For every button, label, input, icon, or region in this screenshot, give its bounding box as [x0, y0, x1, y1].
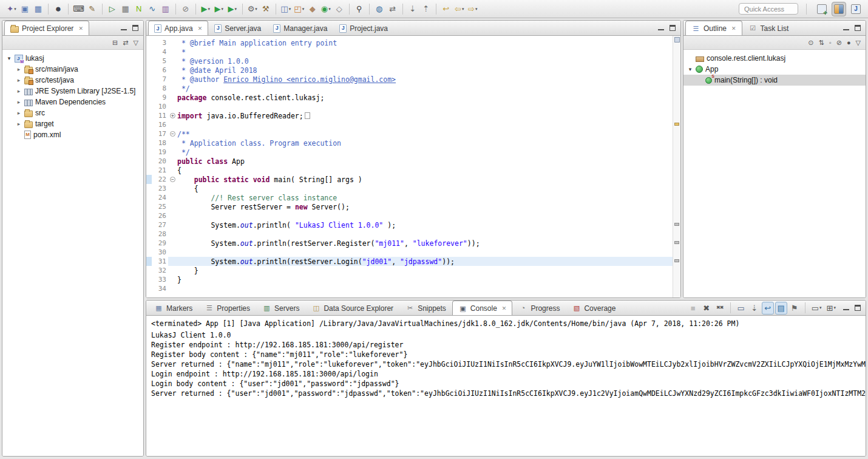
focus-icon[interactable]: ⊙ [808, 39, 813, 46]
bottom-tab-console[interactable]: Console✕ [452, 301, 513, 315]
forward-icon[interactable]: ⇨▾ [466, 2, 480, 16]
code-line-21[interactable]: 21{ [146, 166, 673, 175]
user-profile-icon[interactable]: ● [52, 2, 65, 16]
run-icon[interactable]: ▶▾ [212, 2, 226, 16]
bottom-tab-data-source-explorer[interactable]: Data Source Explorer [305, 301, 399, 315]
last-edit-location-icon[interactable]: ↩ [439, 2, 453, 16]
new-java-project-icon[interactable]: ◫▾ [279, 2, 293, 16]
code-line-11[interactable]: 11+import java.io.BufferedReader; [146, 111, 673, 120]
view-menu-icon[interactable]: ▽ [856, 39, 861, 46]
perspective-javaee[interactable] [832, 2, 846, 16]
save-all-icon[interactable]: ▦ [32, 2, 45, 16]
display-selected-console-icon[interactable]: ▭▾ [810, 302, 824, 314]
bottom-tab-properties[interactable]: Properties [198, 301, 256, 315]
code-line-6[interactable]: 6 * @date April 2018 [146, 66, 673, 75]
build-toolbox-icon[interactable]: ⚒ [259, 2, 273, 16]
bottom-tab-coverage[interactable]: Coverage [566, 301, 622, 315]
twistie-collapsed-icon[interactable]: ▸ [16, 66, 22, 72]
trace-grid-icon[interactable]: ▦ [119, 2, 132, 16]
show-stdout-icon[interactable]: ▤ [775, 302, 787, 314]
open-terminal-icon[interactable]: ⌨ [72, 2, 86, 16]
close-icon[interactable]: ✕ [502, 305, 507, 311]
twistie-expanded-icon[interactable]: ▾ [6, 55, 12, 61]
code-line-22[interactable]: 22− public static void main( String[] ar… [146, 175, 673, 184]
bottom-tab-progress[interactable]: Progress [512, 301, 566, 315]
editor-tab-server-java[interactable]: Server.java [208, 21, 267, 35]
project-tree-item-src-test-java[interactable]: ▸src/test/java [2, 75, 143, 86]
hide-static-members-icon[interactable]: ⊘ [836, 39, 842, 46]
open-console-icon[interactable]: ⊞▾ [825, 302, 838, 314]
bottom-tab-snippets[interactable]: Snippets [399, 301, 452, 315]
code-line-23[interactable]: 23 { [146, 184, 673, 193]
clear-console-icon[interactable]: ▭ [735, 302, 747, 314]
editor-tab-project-java[interactable]: Project.java [333, 21, 394, 35]
minimize-icon[interactable] [121, 25, 127, 31]
remove-launch-icon[interactable]: ✖ [700, 302, 713, 314]
annotate-icon[interactable]: ✎ [86, 2, 99, 16]
twistie-collapsed-icon[interactable]: ▸ [16, 77, 22, 83]
code-line-27[interactable]: 27 System.out.println( "LukasJ Client 1.… [146, 220, 673, 229]
synchronize-icon[interactable]: ⇄ [386, 2, 399, 16]
annotation-mark[interactable] [674, 123, 679, 126]
bottom-tab-markers[interactable]: Markers [148, 301, 198, 315]
code-line-10[interactable]: 10 [146, 102, 673, 111]
editor-tab-app-java[interactable]: App.java✕ [148, 21, 208, 35]
annotation-mark[interactable] [674, 223, 679, 226]
link-with-editor-icon[interactable]: ⇄ [123, 39, 128, 46]
minimize-icon[interactable] [843, 305, 849, 311]
twistie-collapsed-icon[interactable]: ▸ [16, 88, 22, 94]
folded-code-icon[interactable] [305, 112, 310, 119]
code-line-25[interactable]: 25 Server restServer = new Server(); [146, 202, 673, 211]
code-line-32[interactable]: 32 } [146, 266, 673, 275]
code-line-18[interactable]: 18 * Application class. Program executio… [146, 138, 673, 148]
bar-chart-icon[interactable]: ▥ [159, 2, 172, 16]
twistie-collapsed-icon[interactable]: ▸ [16, 99, 22, 105]
hide-non-public-icon[interactable]: ● [847, 39, 851, 46]
word-wrap-icon[interactable]: ↩ [762, 302, 774, 314]
new-wizard-icon[interactable]: ✦▾ [5, 2, 18, 16]
quick-access-input[interactable] [739, 3, 798, 15]
skip-all-breakpoints-icon[interactable]: ⊘ [179, 2, 192, 16]
profiler-icon[interactable]: N [132, 2, 146, 16]
project-tree-item-target[interactable]: ▸target [2, 118, 143, 129]
outline-item-main-string-void[interactable]: main(String[]) : void [683, 75, 866, 86]
new-package-icon[interactable]: ◆ [306, 2, 319, 16]
project-tree-item-pom-xml[interactable]: pom.xml [2, 129, 143, 140]
hide-fields-icon[interactable]: ◦ [829, 39, 832, 46]
twistie-expanded-icon[interactable]: ▾ [687, 66, 693, 72]
new-class-icon[interactable]: ◉▾ [319, 2, 333, 16]
previous-annotation-icon[interactable]: ⇡ [419, 2, 433, 16]
project-tree-item-src[interactable]: ▸src [2, 107, 143, 118]
outline-item-console-rest-client-lukasj[interactable]: console.rest.client.lukasj [683, 53, 866, 64]
project-tree-item-src-main-java[interactable]: ▸src/main/java [2, 64, 143, 75]
code-line-5[interactable]: 5 * @version 1.0.0 [146, 56, 673, 66]
terminate-icon[interactable]: ■ [687, 302, 699, 314]
new-web-project-icon[interactable]: ◰▾ [293, 2, 306, 16]
code-line-8[interactable]: 8 */ [146, 84, 673, 93]
close-icon[interactable]: ✕ [731, 25, 736, 32]
code-line-4[interactable]: 4 * [146, 47, 673, 56]
outline-tab-outline[interactable]: Outline✕ [685, 21, 742, 35]
waveform-icon[interactable]: ∿ [146, 2, 159, 16]
code-line-7[interactable]: 7 * @author Enrico Miglino <enrico.migli… [146, 75, 673, 84]
external-tools-icon[interactable]: ⚙▾ [246, 2, 259, 16]
view-menu-icon[interactable]: ▽ [134, 39, 138, 46]
maximize-icon[interactable] [855, 305, 861, 311]
maximize-icon[interactable] [670, 25, 676, 31]
project-tree-item-maven-dependencies[interactable]: ▸Maven Dependencies [2, 97, 143, 107]
minimize-icon[interactable] [658, 25, 664, 31]
code-line-24[interactable]: 24 //! Rest server class instance [146, 193, 673, 202]
code-line-3[interactable]: 3 * @brief Main application entry point [146, 38, 673, 47]
close-icon[interactable]: ✕ [198, 25, 203, 32]
search-icon[interactable]: ⚲ [353, 2, 366, 16]
code-line-19[interactable]: 19 */ [146, 148, 673, 157]
code-line-34[interactable]: 34 [146, 284, 673, 293]
fold-toggle-icon[interactable]: − [168, 175, 177, 184]
maximize-icon[interactable] [132, 25, 138, 31]
overview-ruler[interactable] [673, 36, 680, 298]
code-line-28[interactable]: 28 [146, 229, 673, 239]
minimize-icon[interactable] [843, 25, 849, 31]
remove-all-terminated-icon[interactable]: ✖✖ [714, 302, 726, 314]
collapse-all-icon[interactable]: ⊟ [112, 39, 118, 46]
outline-tab-task-list[interactable]: Task List [742, 21, 795, 35]
